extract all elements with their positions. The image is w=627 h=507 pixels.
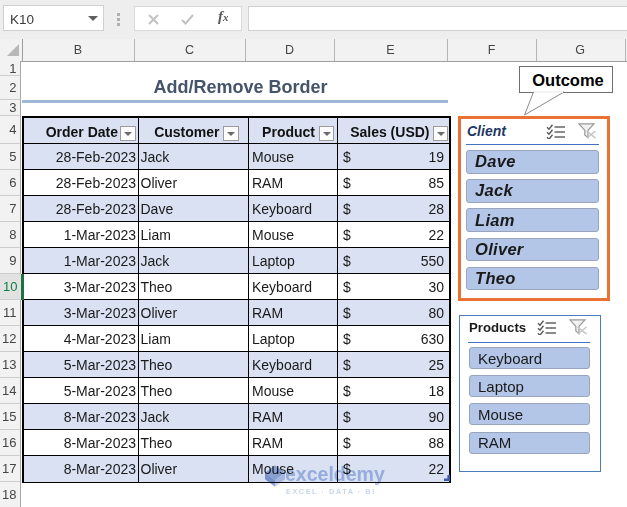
svg-text:Outcome: Outcome <box>532 71 604 89</box>
